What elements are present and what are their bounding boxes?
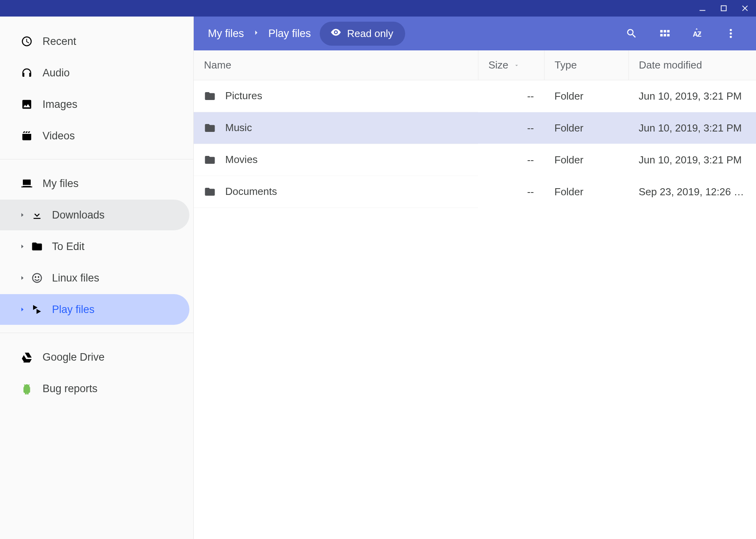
svg-rect-1 <box>721 6 726 11</box>
sidebar-item-label: Audio <box>43 67 70 79</box>
row-type-cell: Folder <box>544 112 628 144</box>
caret-right-icon[interactable] <box>17 243 28 250</box>
header-actions: A Z <box>624 26 738 41</box>
sidebar-item-recent[interactable]: Recent <box>0 26 189 57</box>
svg-rect-10 <box>667 34 669 36</box>
table-row[interactable]: Movies--FolderJun 10, 2019, 3:21 PM <box>194 144 756 176</box>
folder-icon <box>204 154 216 166</box>
column-date[interactable]: Date modified <box>628 50 756 80</box>
main-area: My filesPlay files Read only A <box>194 17 756 539</box>
row-name-label: Movies <box>225 154 258 166</box>
svg-point-14 <box>730 32 732 35</box>
sidebar-item-label: To Edit <box>52 241 85 253</box>
sidebar-item-label: Google Drive <box>43 351 105 363</box>
download-icon <box>28 209 46 221</box>
window-minimize-button[interactable] <box>697 3 708 14</box>
sidebar-item-bugs[interactable]: Bug reports <box>0 373 189 404</box>
breadcrumb-item[interactable]: My files <box>208 28 244 40</box>
table-row[interactable]: Music--FolderJun 10, 2019, 3:21 PM <box>194 112 756 144</box>
sidebar-item-label: Downloads <box>52 209 105 221</box>
sidebar-item-label: My files <box>43 178 79 190</box>
row-name-label: Music <box>225 122 252 134</box>
file-list: Name Size Type Date modified Pictures--F… <box>194 50 756 539</box>
clock-icon <box>17 35 36 47</box>
svg-rect-6 <box>664 30 666 32</box>
sidebar: RecentAudioImagesVideosMy filesDownloads… <box>0 17 194 539</box>
svg-rect-8 <box>660 34 663 36</box>
column-type[interactable]: Type <box>544 50 628 80</box>
caret-right-icon[interactable] <box>17 275 28 281</box>
folder-icon <box>28 241 46 252</box>
sidebar-item-videos[interactable]: Videos <box>0 120 189 151</box>
sidebar-item-images[interactable]: Images <box>0 89 189 120</box>
grid-view-button[interactable] <box>658 26 672 41</box>
svg-point-15 <box>730 36 732 38</box>
sidebar-item-label: Bug reports <box>43 383 98 395</box>
search-button[interactable] <box>624 26 639 41</box>
row-name-cell[interactable]: Music <box>194 112 478 144</box>
more-menu-button[interactable] <box>724 26 738 41</box>
caret-right-icon[interactable] <box>17 212 28 218</box>
sidebar-item-playfiles[interactable]: Play files <box>0 294 189 325</box>
sidebar-item-downloads[interactable]: Downloads <box>0 200 189 230</box>
svg-rect-5 <box>660 30 663 32</box>
caret-right-icon[interactable] <box>17 306 28 313</box>
svg-rect-9 <box>664 34 666 36</box>
folder-icon <box>204 90 216 102</box>
table-row[interactable]: Documents--FolderSep 23, 2019, 12:26 PM <box>194 176 756 208</box>
sort-desc-icon <box>513 62 520 69</box>
row-name-cell[interactable]: Documents <box>194 176 478 207</box>
window-close-button[interactable] <box>739 3 750 14</box>
sidebar-item-gdrive[interactable]: Google Drive <box>0 342 189 372</box>
sidebar-item-audio[interactable]: Audio <box>0 57 189 88</box>
sidebar-item-toedit[interactable]: To Edit <box>0 231 189 262</box>
row-size-cell: -- <box>478 144 544 176</box>
row-date-cell: Jun 10, 2019, 3:21 PM <box>628 80 756 112</box>
folder-icon <box>204 186 216 198</box>
sidebar-item-myfiles[interactable]: My files <box>0 168 189 199</box>
svg-rect-7 <box>667 30 669 32</box>
row-date-cell: Sep 23, 2019, 12:26 PM <box>628 176 756 208</box>
sidebar-item-label: Linux files <box>52 272 99 284</box>
sort-button[interactable]: A Z <box>691 26 705 41</box>
row-size-cell: -- <box>478 176 544 208</box>
row-type-cell: Folder <box>544 144 628 176</box>
svg-point-13 <box>730 29 732 31</box>
sidebar-item-label: Images <box>43 98 78 111</box>
svg-point-4 <box>335 31 337 33</box>
row-date-cell: Jun 10, 2019, 3:21 PM <box>628 144 756 176</box>
breadcrumb-item[interactable]: Play files <box>269 28 311 40</box>
row-type-cell: Folder <box>544 176 628 208</box>
sidebar-item-label: Videos <box>43 130 75 142</box>
row-name-label: Pictures <box>225 90 262 102</box>
window-titlebar <box>0 0 756 17</box>
sidebar-item-label: Play files <box>52 304 94 316</box>
row-size-cell: -- <box>478 80 544 112</box>
breadcrumb: My filesPlay files <box>208 28 311 40</box>
play-icon <box>28 304 46 315</box>
column-size-label: Size <box>489 59 509 71</box>
window-maximize-button[interactable] <box>718 3 729 14</box>
folder-icon <box>204 122 216 134</box>
row-type-cell: Folder <box>544 80 628 112</box>
clapper-icon <box>17 130 36 142</box>
sidebar-item-linux[interactable]: Linux files <box>0 263 189 293</box>
column-name[interactable]: Name <box>194 50 478 80</box>
table-row[interactable]: Pictures--FolderJun 10, 2019, 3:21 PM <box>194 80 756 112</box>
read-only-label: Read only <box>347 28 393 40</box>
headphones-icon <box>17 67 36 79</box>
row-date-cell: Jun 10, 2019, 3:21 PM <box>628 112 756 144</box>
sidebar-item-label: Recent <box>43 35 76 48</box>
laptop-icon <box>17 178 36 189</box>
column-headers: Name Size Type Date modified <box>194 50 756 80</box>
linux-icon <box>28 272 46 284</box>
column-size[interactable]: Size <box>478 50 544 80</box>
chevron-right-icon <box>252 28 261 40</box>
row-name-cell[interactable]: Movies <box>194 144 478 176</box>
drive-icon <box>17 351 36 363</box>
row-name-cell[interactable]: Pictures <box>194 80 478 112</box>
row-name-label: Documents <box>225 185 277 198</box>
read-only-badge: Read only <box>320 22 405 46</box>
location-header: My filesPlay files Read only A <box>194 17 756 50</box>
android-icon <box>17 383 36 395</box>
